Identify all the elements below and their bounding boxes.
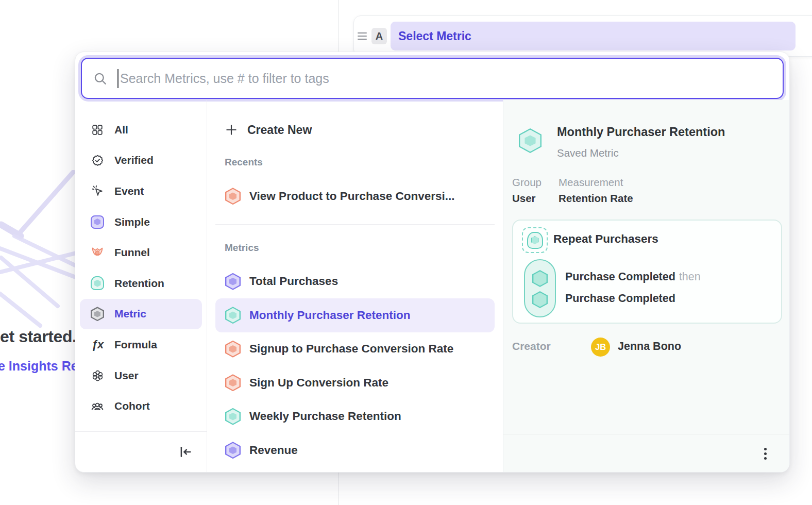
metric-icon xyxy=(91,307,104,321)
metric-row-card: A Select Metric xyxy=(353,15,812,57)
recent-metric-item[interactable]: View Product to Purchase Conversi... xyxy=(215,179,495,213)
detail-subtitle: Saved Metric xyxy=(557,147,619,159)
funnel-icon xyxy=(91,246,104,259)
hexagon-metric-icon xyxy=(225,307,241,324)
hexagon-metric-icon xyxy=(225,408,241,425)
user-icon xyxy=(91,369,104,382)
metric-list-column[interactable]: Create New Recents View Product to Purch… xyxy=(207,100,503,472)
detail-title: Monthly Purchaser Retention xyxy=(557,125,725,139)
sidebar-item-metric[interactable]: Metric xyxy=(80,299,202,330)
plus-icon xyxy=(225,123,238,137)
sidebar-item-simple[interactable]: Simple xyxy=(80,207,202,238)
sidebar-item-user[interactable]: User xyxy=(80,360,202,391)
event-step-2: Purchase Completed xyxy=(565,292,675,305)
sidebar-item-label: Cohort xyxy=(114,400,150,412)
metric-list-item[interactable]: Weekly Purchase Retention xyxy=(215,400,495,434)
sidebar-item-label: Retention xyxy=(114,277,164,290)
metric-picker-modal: All Verified xyxy=(75,52,790,473)
sidebar-item-label: Funnel xyxy=(114,246,150,259)
sidebar-item-label: Simple xyxy=(114,216,150,228)
metric-detail-panel: Monthly Purchaser Retention Saved Metric… xyxy=(503,100,789,472)
cohort-icon xyxy=(91,399,104,413)
retention-icon xyxy=(91,277,104,290)
metric-list-item[interactable]: Signup to Purchase Conversion Rate xyxy=(215,332,495,366)
hexagon-metric-icon xyxy=(225,442,241,459)
sidebar-item-funnel[interactable]: Funnel xyxy=(80,237,202,268)
sidebar-item-verified[interactable]: Verified xyxy=(80,145,202,176)
hexagon-metric-icon-large xyxy=(519,128,542,153)
sidebar-footer xyxy=(75,431,207,472)
event-icon xyxy=(91,184,104,198)
creator-avatar: JB xyxy=(591,338,610,357)
create-new-label: Create New xyxy=(247,123,312,137)
metric-label: Total Purchases xyxy=(249,275,338,288)
retention-definition-card: Repeat Purchasers Purchase Completedthen… xyxy=(512,220,782,324)
measurement-label: Measurement xyxy=(559,176,623,189)
metric-list-item[interactable]: Total Purchases xyxy=(215,265,495,299)
grid-icon xyxy=(91,123,104,137)
event-sequence-pill xyxy=(524,259,556,317)
sidebar-item-label: All xyxy=(114,124,128,136)
sidebar-item-label: Event xyxy=(114,185,144,197)
background-heading-fragment: et started. xyxy=(0,327,77,346)
search-input[interactable] xyxy=(119,71,771,86)
formula-icon: ƒx xyxy=(91,338,104,351)
sidebar-item-all[interactable]: All xyxy=(80,114,202,145)
hexagon-metric-icon xyxy=(225,273,241,290)
metric-label: Weekly Purchase Retention xyxy=(249,410,401,423)
retention-step-icon xyxy=(522,227,548,253)
metric-label: Signup to Purchase Conversion Rate xyxy=(249,342,453,356)
sidebar-item-label: User xyxy=(114,369,139,382)
detail-footer xyxy=(503,434,789,472)
sidebar-item-event[interactable]: Event xyxy=(80,176,202,207)
recent-metric-label: View Product to Purchase Conversi... xyxy=(249,190,454,203)
sidebar-item-label: Formula xyxy=(114,339,157,351)
metric-label: Monthly Purchaser Retention xyxy=(249,309,411,322)
background-link-fragment[interactable]: e Insights Re xyxy=(0,359,78,374)
sidebar-item-formula[interactable]: ƒx Formula xyxy=(80,329,202,360)
hexagon-metric-icon xyxy=(225,341,241,358)
card-title: Repeat Purchasers xyxy=(553,232,658,246)
metric-list-item[interactable]: Revenue xyxy=(215,433,495,467)
metric-label: Revenue xyxy=(249,444,298,457)
measurement-value: Retention Rate xyxy=(559,192,633,205)
metric-list-item[interactable]: Sign Up Conversion Rate xyxy=(215,366,495,400)
collapse-sidebar-icon[interactable] xyxy=(178,444,193,460)
metrics-section-label: Metrics xyxy=(225,239,503,257)
hexagon-metric-icon xyxy=(225,188,241,205)
simple-icon xyxy=(91,215,104,229)
sidebar-item-label: Metric xyxy=(114,308,146,320)
metric-list-item-selected[interactable]: Monthly Purchaser Retention xyxy=(215,298,495,332)
create-new-button[interactable]: Create New xyxy=(215,114,495,145)
group-label: Group xyxy=(512,176,542,189)
creator-label: Creator xyxy=(512,340,551,352)
search-box xyxy=(81,58,784,99)
sidebar-item-label: Verified xyxy=(114,154,154,166)
select-metric-button[interactable]: Select Metric xyxy=(391,22,796,50)
recents-section-label: Recents xyxy=(225,154,503,171)
verified-icon xyxy=(91,154,104,167)
filter-sidebar: All Verified xyxy=(75,100,207,472)
sidebar-item-retention[interactable]: Retention xyxy=(80,268,202,299)
group-value: User xyxy=(512,192,536,205)
drag-handle-icon[interactable] xyxy=(358,32,367,40)
then-connector: then xyxy=(679,271,701,283)
series-letter-badge: A xyxy=(371,28,387,44)
event-step-1: Purchase Completedthen xyxy=(565,271,701,283)
hexagon-metric-icon xyxy=(225,374,241,391)
more-options-icon[interactable] xyxy=(762,446,769,462)
sidebar-item-cohort[interactable]: Cohort xyxy=(80,391,202,422)
background-illustration xyxy=(0,170,78,340)
creator-name: Jenna Bono xyxy=(618,340,681,353)
metric-label: Sign Up Conversion Rate xyxy=(249,376,388,390)
search-icon xyxy=(93,72,107,86)
section-divider xyxy=(215,224,495,225)
